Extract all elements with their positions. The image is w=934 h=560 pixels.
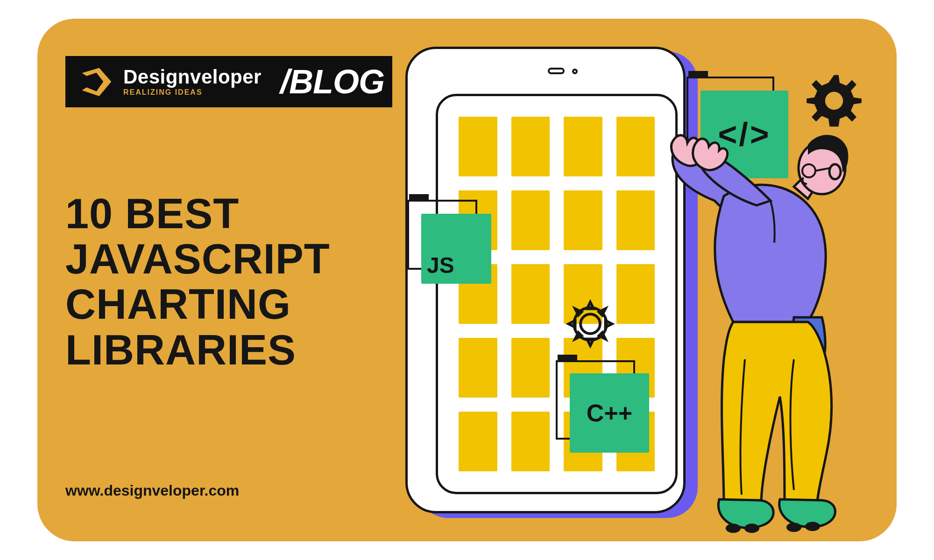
svg-point-4 bbox=[726, 524, 741, 533]
brand-tagline: REALIZING IDEAS bbox=[123, 89, 262, 96]
brand-header: Designveloper REALIZING IDEAS /BLOG bbox=[65, 56, 392, 107]
brand-name: Designveloper bbox=[123, 67, 262, 87]
app-tile bbox=[459, 338, 497, 398]
svg-point-3 bbox=[744, 524, 759, 533]
app-tile bbox=[616, 190, 655, 250]
app-tile bbox=[459, 117, 497, 176]
app-tile bbox=[511, 190, 550, 250]
js-tile: JS bbox=[421, 214, 491, 284]
hero-card: Designveloper REALIZING IDEAS /BLOG 10 B… bbox=[37, 19, 897, 541]
brand-blog-label: /BLOG bbox=[280, 63, 384, 101]
app-tile bbox=[459, 412, 497, 471]
brand-text: Designveloper REALIZING IDEAS bbox=[123, 67, 262, 96]
app-tile bbox=[616, 264, 655, 324]
app-tile bbox=[511, 338, 550, 398]
svg-point-6 bbox=[786, 523, 801, 532]
svg-point-0 bbox=[580, 314, 600, 334]
gear-center-icon bbox=[563, 297, 617, 351]
app-tile bbox=[511, 264, 550, 324]
svg-point-1 bbox=[574, 308, 607, 340]
svg-point-8 bbox=[829, 164, 841, 179]
app-tile bbox=[564, 190, 602, 250]
js-tile-label: JS bbox=[427, 252, 454, 278]
tablet-camera-dot-icon bbox=[572, 69, 578, 74]
app-tile bbox=[616, 117, 655, 176]
illustration: JS C++ </> bbox=[397, 47, 878, 523]
cpp-tile-label: C++ bbox=[587, 399, 632, 427]
page-title: 10 BEST JAVASCRIPT CHARTING LIBRARIES bbox=[65, 191, 374, 373]
website-url: www.designveloper.com bbox=[65, 482, 239, 499]
developer-illustration bbox=[654, 98, 869, 546]
svg-point-5 bbox=[805, 522, 820, 531]
cpp-tile: C++ bbox=[570, 373, 649, 453]
app-tile bbox=[511, 117, 550, 176]
brand-logo-icon bbox=[78, 64, 113, 99]
tablet-camera-slot bbox=[548, 68, 565, 74]
app-tile bbox=[511, 412, 550, 471]
app-tile bbox=[564, 117, 602, 176]
